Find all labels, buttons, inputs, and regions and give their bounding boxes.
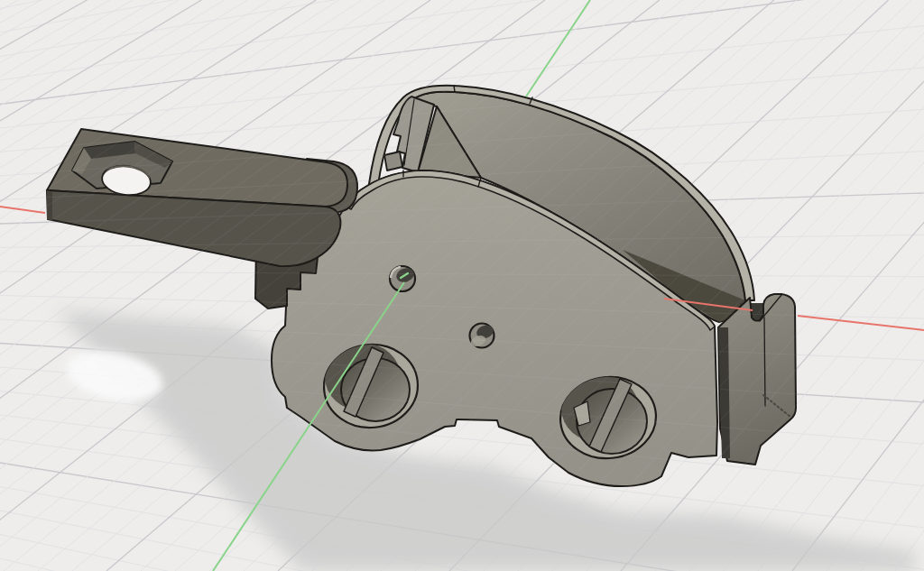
small-pilot-hole-1[interactable] xyxy=(390,266,416,291)
cad-viewport[interactable] xyxy=(0,0,924,571)
rim-seam-1 xyxy=(454,86,455,92)
rib-step xyxy=(384,152,402,170)
small-pilot-hole-2[interactable] xyxy=(469,323,495,348)
